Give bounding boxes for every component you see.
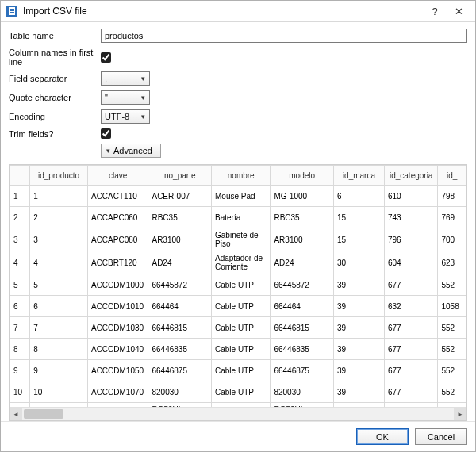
table-row[interactable]: 22ACCAPC060RBC35BateríaRBC3515743769 bbox=[10, 207, 466, 228]
cell[interactable]: 39 bbox=[333, 296, 384, 317]
scroll-thumb[interactable] bbox=[24, 409, 63, 419]
cell[interactable]: 1 bbox=[30, 186, 88, 207]
column-header[interactable]: clave bbox=[87, 166, 148, 186]
cell[interactable]: AR3100 bbox=[148, 228, 212, 251]
column-header[interactable]: modelo bbox=[271, 166, 334, 186]
cell[interactable]: 2 bbox=[30, 207, 88, 228]
cell[interactable]: Gabinete de Piso bbox=[212, 228, 271, 251]
cell[interactable]: 4 bbox=[30, 251, 88, 274]
cell[interactable]: ACCCDM1010 bbox=[87, 296, 148, 317]
cell[interactable]: Mouse Pad bbox=[212, 186, 271, 207]
cell[interactable]: Cable UTP bbox=[212, 274, 271, 296]
cell[interactable]: 15 bbox=[333, 228, 384, 251]
cell[interactable]: 700 bbox=[438, 228, 466, 251]
cell[interactable]: 604 bbox=[384, 251, 438, 274]
column-names-checkbox[interactable] bbox=[101, 52, 111, 63]
column-header[interactable]: no_parte bbox=[148, 166, 212, 186]
table-row[interactable]: 11ACCACT110ACER-007Mouse PadMG-100066107… bbox=[10, 186, 466, 207]
ok-button[interactable]: OK bbox=[356, 428, 409, 445]
cell[interactable]: ACCAPC080 bbox=[87, 228, 148, 251]
table-row[interactable]: 1010ACCCDM1070820030Cable UTP82003039677… bbox=[10, 381, 466, 403]
cell[interactable]: 677 bbox=[384, 360, 438, 381]
cell[interactable]: ACCCDM1030 bbox=[87, 317, 148, 339]
column-header[interactable]: id_marca bbox=[333, 166, 384, 186]
cell[interactable]: RBC35 bbox=[148, 207, 212, 228]
cell[interactable]: Cable UTP bbox=[212, 317, 271, 339]
cell[interactable]: RBC35 bbox=[271, 207, 334, 228]
cell[interactable]: 552 bbox=[438, 360, 466, 381]
cell[interactable]: Cable UTP bbox=[212, 339, 271, 360]
cell[interactable]: 66446875 bbox=[148, 360, 212, 381]
cell[interactable]: 66446835 bbox=[148, 339, 212, 360]
cell[interactable]: 39 bbox=[333, 381, 384, 403]
cell[interactable]: 798 bbox=[438, 186, 466, 207]
cell[interactable]: 623 bbox=[438, 251, 466, 274]
cell[interactable]: 1058 bbox=[438, 296, 466, 317]
help-button[interactable]: ? bbox=[423, 1, 447, 21]
cell[interactable]: 769 bbox=[438, 207, 466, 228]
cell[interactable]: 7 bbox=[30, 317, 88, 339]
table-row[interactable]: 88ACCCDM104066446835Cable UTP66446835396… bbox=[10, 339, 466, 360]
cell[interactable]: 39 bbox=[333, 274, 384, 296]
column-header[interactable]: id_producto bbox=[30, 166, 88, 186]
cell[interactable]: 796 bbox=[384, 228, 438, 251]
cell[interactable]: ACCAPC060 bbox=[87, 207, 148, 228]
cell[interactable]: Cable UTP bbox=[212, 296, 271, 317]
cell[interactable]: 743 bbox=[384, 207, 438, 228]
cell[interactable]: 664464 bbox=[148, 296, 212, 317]
cell[interactable]: 3 bbox=[30, 228, 88, 251]
cell[interactable]: 5 bbox=[30, 274, 88, 296]
cell[interactable]: 15 bbox=[333, 207, 384, 228]
cell[interactable]: Cable UTP bbox=[212, 381, 271, 403]
cell[interactable]: 6 bbox=[333, 186, 384, 207]
cell[interactable]: ACCCDM1070 bbox=[87, 381, 148, 403]
cell[interactable]: 66445872 bbox=[148, 274, 212, 296]
cell[interactable]: 39 bbox=[333, 339, 384, 360]
cell[interactable]: ACER-007 bbox=[148, 186, 212, 207]
column-header[interactable]: nombre bbox=[212, 166, 271, 186]
cell[interactable]: AR3100 bbox=[271, 228, 334, 251]
cell[interactable]: 66446875 bbox=[271, 360, 334, 381]
cell[interactable]: 6 bbox=[30, 296, 88, 317]
cell[interactable]: 552 bbox=[438, 339, 466, 360]
table-row[interactable]: 33ACCAPC080AR3100Gabinete de PisoAR31001… bbox=[10, 228, 466, 251]
cell[interactable]: 677 bbox=[384, 381, 438, 403]
cell[interactable]: ACCCDM1040 bbox=[87, 339, 148, 360]
close-button[interactable]: ✕ bbox=[447, 1, 470, 21]
cell[interactable]: 677 bbox=[384, 274, 438, 296]
cell[interactable]: ACCACT110 bbox=[87, 186, 148, 207]
cell[interactable]: 632 bbox=[384, 296, 438, 317]
scroll-left-arrow-icon[interactable]: ◄ bbox=[10, 408, 22, 420]
cell[interactable]: AD24 bbox=[271, 251, 334, 274]
cell[interactable]: 664464 bbox=[271, 296, 334, 317]
horizontal-scrollbar[interactable]: ◄ ► bbox=[10, 407, 466, 420]
cell[interactable]: MG-1000 bbox=[271, 186, 334, 207]
table-row[interactable]: 77ACCCDM103066446815Cable UTP66446815396… bbox=[10, 317, 466, 339]
cell[interactable]: 39 bbox=[333, 360, 384, 381]
cell[interactable]: 552 bbox=[438, 317, 466, 339]
cell[interactable]: 66445872 bbox=[271, 274, 334, 296]
cell[interactable]: 10 bbox=[30, 381, 88, 403]
table-name-input[interactable] bbox=[101, 29, 467, 43]
cell[interactable]: 677 bbox=[384, 339, 438, 360]
cell[interactable]: AD24 bbox=[148, 251, 212, 274]
scroll-right-arrow-icon[interactable]: ► bbox=[454, 408, 466, 420]
cell[interactable]: 8 bbox=[30, 339, 88, 360]
cell[interactable]: 677 bbox=[384, 317, 438, 339]
cell[interactable]: Adaptador de Corriente bbox=[212, 251, 271, 274]
cell[interactable]: ACCBRT120 bbox=[87, 251, 148, 274]
table-row[interactable]: 44ACCBRT120AD24Adaptador de CorrienteAD2… bbox=[10, 251, 466, 274]
table-row[interactable]: 99ACCCDM105066446875Cable UTP66446875396… bbox=[10, 360, 466, 381]
cell[interactable]: 66446815 bbox=[271, 317, 334, 339]
field-separator-select[interactable]: , ▾ bbox=[101, 71, 150, 86]
advanced-button[interactable]: ▾ Advanced bbox=[101, 144, 161, 158]
cancel-button[interactable]: Cancel bbox=[415, 428, 467, 445]
cell[interactable]: Cable UTP bbox=[212, 360, 271, 381]
table-row[interactable]: 55ACCCDM100066445872Cable UTP66445872396… bbox=[10, 274, 466, 296]
cell[interactable]: 552 bbox=[438, 274, 466, 296]
column-header[interactable]: id_ bbox=[438, 166, 466, 186]
cell[interactable]: ACCCDM1000 bbox=[87, 274, 148, 296]
cell[interactable]: 9 bbox=[30, 360, 88, 381]
cell[interactable]: 820030 bbox=[271, 381, 334, 403]
encoding-select[interactable]: UTF-8 ▾ bbox=[101, 109, 150, 124]
